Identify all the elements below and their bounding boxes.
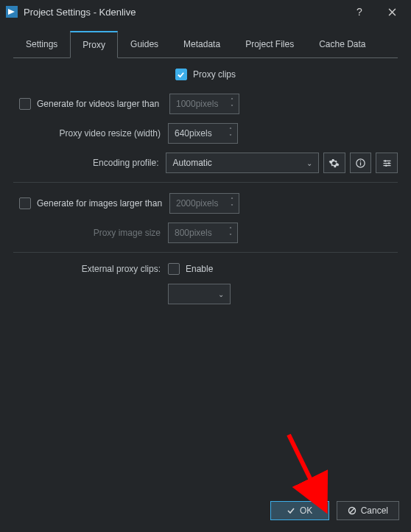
- encoding-profile-value: Automatic: [172, 158, 306, 168]
- close-button[interactable]: [376, 1, 408, 22]
- tab-settings[interactable]: Settings: [13, 31, 70, 58]
- spin-arrows-icon[interactable]: ˄˅: [224, 227, 237, 239]
- encoding-settings-button[interactable]: [323, 153, 345, 173]
- gen-videos-checkbox[interactable]: [19, 98, 31, 110]
- external-enable-checkbox[interactable]: [168, 263, 180, 275]
- video-resize-label: Proxy video resize (width): [13, 128, 168, 139]
- proxy-panel: Proxy clips Generate for videos larger t…: [13, 57, 398, 487]
- window-title: Project Settings - Kdenlive: [24, 7, 136, 18]
- spin-arrows-icon[interactable]: ˄˅: [225, 98, 239, 111]
- external-label: External proxy clips:: [13, 264, 168, 274]
- gen-videos-spin[interactable]: 1000pixels ˄˅: [169, 94, 239, 114]
- proxy-clips-label: Proxy clips: [193, 69, 236, 80]
- cancel-icon: [348, 506, 356, 515]
- encoding-info-button[interactable]: [350, 153, 372, 173]
- image-size-row: Proxy image size 800pixels ˄˅: [13, 223, 398, 243]
- spin-arrows-icon[interactable]: ˄˅: [225, 197, 239, 210]
- proxy-clips-checkbox[interactable]: [175, 69, 187, 80]
- encoding-adjust-button[interactable]: [376, 153, 398, 173]
- external-combo-row: ⌄: [13, 284, 398, 304]
- image-size-spin[interactable]: 800pixels ˄˅: [168, 223, 238, 243]
- svg-point-7: [385, 164, 387, 167]
- divider: [13, 252, 398, 253]
- cancel-button[interactable]: Cancel: [337, 501, 399, 520]
- external-row: External proxy clips: Enable: [13, 263, 398, 275]
- video-resize-row: Proxy video resize (width) 640pixels ˄˅: [13, 123, 398, 144]
- svg-point-5: [384, 160, 386, 162]
- chevron-down-icon: ⌄: [306, 159, 312, 167]
- encoding-profile-label: Encoding profile:: [13, 158, 166, 168]
- chevron-down-icon: ⌄: [218, 290, 224, 298]
- info-icon: [355, 158, 366, 169]
- ok-button[interactable]: OK: [270, 501, 329, 520]
- tab-project-files[interactable]: Project Files: [233, 31, 306, 58]
- gen-images-value: 2000pixels: [170, 198, 225, 209]
- video-resize-value: 640pixels: [169, 128, 224, 139]
- cancel-label: Cancel: [361, 505, 388, 516]
- ok-label: OK: [300, 505, 312, 516]
- dialog-footer: OK Cancel: [0, 494, 411, 532]
- gear-icon: [329, 158, 340, 169]
- svg-rect-4: [360, 160, 361, 161]
- tab-bar: Settings Proxy Guides Metadata Project F…: [0, 24, 411, 58]
- proxy-clips-row: Proxy clips: [13, 69, 398, 80]
- svg-point-6: [387, 162, 390, 164]
- video-resize-spin[interactable]: 640pixels ˄˅: [168, 123, 238, 144]
- tab-cache-data[interactable]: Cache Data: [306, 31, 378, 58]
- gen-videos-row: Generate for videos larger than 1000pixe…: [13, 94, 398, 114]
- tab-proxy[interactable]: Proxy: [70, 31, 118, 58]
- external-combo[interactable]: ⌄: [168, 284, 231, 304]
- divider: [13, 182, 398, 183]
- sliders-icon: [382, 158, 393, 169]
- gen-images-row: Generate for images larger than 2000pixe…: [13, 193, 398, 214]
- gen-images-spin[interactable]: 2000pixels ˄˅: [169, 193, 239, 214]
- app-icon: [6, 6, 18, 18]
- spin-arrows-icon[interactable]: ˄˅: [224, 127, 237, 140]
- encoding-profile-combo[interactable]: Automatic ⌄: [166, 153, 319, 173]
- tab-guides[interactable]: Guides: [118, 31, 171, 58]
- gen-videos-label: Generate for videos larger than: [37, 99, 169, 109]
- external-enable-label: Enable: [186, 264, 213, 274]
- encoding-profile-row: Encoding profile: Automatic ⌄: [13, 153, 398, 173]
- image-size-label: Proxy image size: [13, 228, 168, 238]
- svg-line-9: [350, 508, 354, 513]
- titlebar: Project Settings - Kdenlive ?: [0, 0, 411, 24]
- gen-videos-value: 1000pixels: [170, 99, 225, 109]
- check-icon: [287, 506, 295, 515]
- tab-metadata[interactable]: Metadata: [171, 31, 233, 58]
- image-size-value: 800pixels: [169, 228, 224, 238]
- svg-rect-3: [360, 162, 361, 165]
- gen-images-checkbox[interactable]: [19, 197, 31, 209]
- gen-images-label: Generate for images larger than: [37, 198, 169, 209]
- help-button[interactable]: ?: [343, 1, 376, 22]
